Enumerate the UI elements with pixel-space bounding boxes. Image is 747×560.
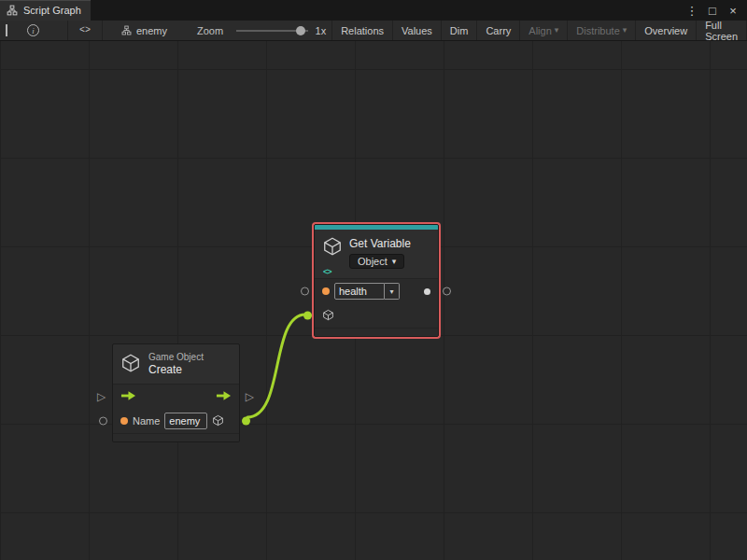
chevron-down-icon: ▾ bbox=[392, 258, 397, 266]
carry-label: Carry bbox=[486, 25, 511, 36]
fullscreen-label: Full Screen bbox=[705, 20, 738, 42]
overview-button[interactable]: Overview bbox=[635, 21, 696, 40]
object-connection-wire[interactable] bbox=[247, 315, 305, 417]
distribute-label: Distribute bbox=[576, 25, 619, 36]
string-port-icon bbox=[120, 417, 128, 425]
game-object-output-port-connected[interactable] bbox=[242, 417, 250, 426]
create-header: Game Object Create bbox=[113, 344, 239, 384]
flow-output-port[interactable]: ▷ bbox=[246, 391, 254, 402]
name-value-port[interactable] bbox=[99, 417, 107, 426]
tab-script-graph[interactable]: Script Graph bbox=[0, 0, 91, 21]
titlebar: Script Graph ⋮ □ × bbox=[0, 0, 747, 21]
node-type-label: Game Object bbox=[148, 352, 204, 362]
dim-button[interactable]: Dim bbox=[441, 21, 477, 40]
variable-brackets-icon: <> bbox=[323, 267, 331, 276]
zoom-slider[interactable] bbox=[236, 21, 307, 41]
toolbar-actions: Relations Values Dim Carry Align ▾ Distr… bbox=[331, 21, 747, 40]
flow-in-arrow-icon bbox=[120, 391, 136, 402]
zoom-value: 1x bbox=[316, 21, 332, 40]
variable-name-row: ▾ bbox=[315, 279, 438, 303]
chevron-down-icon: ▾ bbox=[555, 26, 559, 35]
close-icon[interactable]: × bbox=[725, 4, 741, 18]
graph-name: enemy bbox=[136, 25, 167, 36]
variable-name-dropdown[interactable]: ▾ bbox=[385, 283, 400, 300]
toolbar-spacer bbox=[45, 21, 67, 40]
distribute-button[interactable]: Distribute ▾ bbox=[567, 21, 635, 40]
node-footer bbox=[315, 328, 438, 336]
value-output-port-icon bbox=[424, 288, 430, 295]
graph-toolbar: i <> enemy Zoom 1x Relations Valu bbox=[0, 21, 747, 41]
titlebar-controls: ⋮ □ × bbox=[684, 0, 747, 21]
graph-canvas[interactable]: <> Get Variable Object ▾ ▾ bbox=[0, 41, 747, 560]
graph-breadcrumb[interactable]: enemy bbox=[121, 21, 167, 40]
tab-title: Script Graph bbox=[23, 5, 81, 16]
flow-input-port[interactable]: ▷ bbox=[97, 391, 106, 402]
variable-name-field[interactable] bbox=[334, 283, 385, 300]
relations-button[interactable]: Relations bbox=[331, 21, 392, 40]
game-object-output-icon bbox=[212, 414, 224, 428]
edit-code-button[interactable]: <> bbox=[67, 21, 103, 40]
object-input-port-connected[interactable] bbox=[303, 312, 312, 320]
info-icon: i bbox=[27, 24, 39, 36]
zoom-slider-handle[interactable] bbox=[296, 26, 305, 35]
name-value-field[interactable] bbox=[164, 413, 207, 429]
string-port-icon bbox=[322, 287, 330, 295]
menu-icon[interactable]: ⋮ bbox=[684, 4, 700, 18]
script-graph-icon bbox=[7, 5, 18, 16]
variable-scope-label: Object bbox=[358, 256, 388, 267]
lock-icon bbox=[6, 25, 16, 36]
info-button[interactable]: i bbox=[21, 21, 45, 40]
object-cube-icon bbox=[322, 309, 334, 323]
variable-scope-dropdown[interactable]: Object ▾ bbox=[349, 254, 404, 269]
chevron-down-icon: ▾ bbox=[389, 287, 393, 296]
object-row bbox=[315, 303, 438, 328]
node-get-variable[interactable]: <> Get Variable Object ▾ ▾ bbox=[314, 224, 439, 337]
graph-asset-icon bbox=[121, 25, 132, 35]
node-game-object-create[interactable]: Game Object Create ▷ bbox=[112, 343, 240, 442]
node-title: Get Variable bbox=[349, 236, 411, 250]
name-row: Name bbox=[113, 409, 239, 433]
game-object-cube-icon bbox=[120, 353, 141, 375]
name-input-port[interactable] bbox=[301, 287, 309, 296]
chevron-down-icon: ▾ bbox=[623, 26, 627, 35]
maximize-icon[interactable]: □ bbox=[704, 4, 721, 18]
overview-label: Overview bbox=[644, 25, 687, 36]
relations-label: Relations bbox=[341, 25, 384, 36]
fullscreen-button[interactable]: Full Screen bbox=[696, 21, 747, 40]
flow-out-arrow-icon bbox=[216, 391, 232, 402]
script-graph-window: Script Graph ⋮ □ × i <> en bbox=[0, 0, 747, 560]
variable-cube-icon: <> bbox=[322, 236, 343, 273]
flow-row: ▷ ▷ bbox=[113, 385, 239, 409]
values-button[interactable]: Values bbox=[392, 21, 441, 40]
align-label: Align bbox=[529, 25, 551, 36]
name-label: Name bbox=[133, 415, 160, 427]
dim-label: Dim bbox=[450, 25, 469, 36]
code-icon: <> bbox=[79, 25, 91, 35]
align-button[interactable]: Align ▾ bbox=[519, 21, 567, 40]
node-action-label: Create bbox=[148, 363, 204, 376]
get-variable-header: <> Get Variable Object ▾ bbox=[315, 230, 438, 278]
value-output-port[interactable] bbox=[443, 287, 451, 296]
lock-button[interactable] bbox=[0, 21, 21, 40]
zoom-label: Zoom bbox=[191, 21, 229, 40]
variable-name-field-group: ▾ bbox=[334, 283, 400, 300]
carry-button[interactable]: Carry bbox=[476, 21, 519, 40]
values-label: Values bbox=[402, 25, 432, 36]
node-footer bbox=[113, 433, 239, 441]
